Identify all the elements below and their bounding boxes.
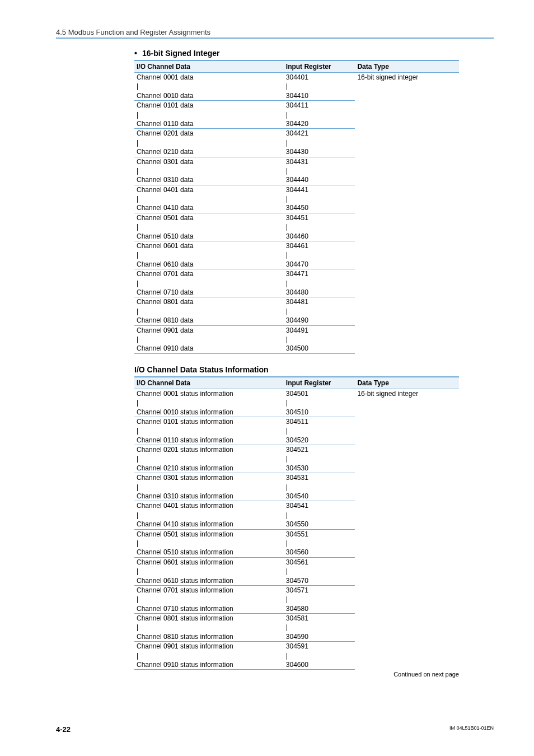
channel-label: Channel 0501 status information (134, 529, 284, 539)
document-id: IM 04L51B01-01EN (449, 725, 494, 731)
channel-label: Channel 0410 data (134, 203, 284, 213)
range-indicator: | (284, 567, 355, 576)
register-value: 304501 (284, 389, 355, 398)
register-value: 304580 (284, 604, 355, 614)
register-value: 304540 (284, 492, 355, 501)
register-value: 304590 (284, 632, 355, 642)
range-indicator: | (134, 222, 284, 231)
range-indicator: | (284, 166, 355, 175)
range-indicator: | (134, 110, 284, 119)
channel-label: Channel 0310 data (134, 175, 284, 185)
range-indicator: | (134, 651, 284, 660)
register-value: 304440 (284, 175, 355, 185)
channel-label: Channel 0510 status information (134, 548, 284, 557)
continued-note: Continued on next page (134, 671, 459, 678)
range-indicator: | (284, 82, 355, 91)
register-value: 304451 (284, 213, 355, 222)
register-value: 304600 (284, 660, 355, 670)
channel-label: Channel 0301 data (134, 157, 284, 166)
data-type: 16-bit signed integer (355, 73, 459, 354)
register-value: 304581 (284, 614, 355, 623)
range-indicator: | (134, 138, 284, 147)
col-header-datatype: Data Type (355, 60, 459, 73)
range-indicator: | (134, 250, 284, 259)
io-channel-status-table: I/O Channel Data Input Register Data Typ… (134, 376, 459, 670)
range-indicator: | (134, 307, 284, 316)
channel-label: Channel 0110 data (134, 119, 284, 129)
range-indicator: | (134, 483, 284, 492)
register-value: 304461 (284, 241, 355, 251)
header-rule (56, 38, 494, 39)
range-indicator: | (134, 398, 284, 407)
col-header-register: Input Register (284, 377, 355, 389)
range-indicator: | (134, 539, 284, 548)
section-heading: 4.5 Modbus Function and Register Assignm… (56, 28, 494, 36)
channel-label: Channel 0710 status information (134, 604, 284, 614)
channel-label: Channel 0701 data (134, 269, 284, 279)
range-indicator: | (134, 194, 284, 203)
register-value: 304591 (284, 642, 355, 651)
range-indicator: | (284, 426, 355, 435)
table2-title: I/O Channel Data Status Information (134, 365, 459, 374)
register-value: 304561 (284, 557, 355, 567)
range-indicator: | (134, 279, 284, 288)
data-type: 16-bit signed integer (355, 389, 459, 670)
register-value: 304410 (284, 91, 355, 101)
channel-label: Channel 0610 data (134, 260, 284, 269)
channel-label: Channel 0610 status information (134, 576, 284, 586)
channel-label: Channel 0010 status information (134, 408, 284, 417)
register-value: 304541 (284, 501, 355, 511)
channel-label: Channel 0010 data (134, 91, 284, 101)
col-header-channel: I/O Channel Data (134, 60, 284, 73)
range-indicator: | (284, 595, 355, 604)
range-indicator: | (134, 511, 284, 520)
table1-title: 16-bit Signed Integer (134, 49, 459, 58)
register-value: 304571 (284, 585, 355, 595)
range-indicator: | (284, 138, 355, 147)
range-indicator: | (284, 483, 355, 492)
register-value: 304500 (284, 344, 355, 353)
register-value: 304460 (284, 232, 355, 241)
channel-label: Channel 0910 status information (134, 660, 284, 670)
channel-label: Channel 0301 status information (134, 473, 284, 483)
col-header-channel: I/O Channel Data (134, 377, 284, 389)
register-value: 304511 (284, 417, 355, 426)
range-indicator: | (284, 511, 355, 520)
register-value: 304421 (284, 129, 355, 138)
channel-label: Channel 0601 status information (134, 557, 284, 567)
register-value: 304480 (284, 288, 355, 297)
register-value: 304560 (284, 548, 355, 557)
register-value: 304490 (284, 316, 355, 325)
io-channel-data-table: I/O Channel Data Input Register Data Typ… (134, 60, 459, 354)
channel-label: Channel 0501 data (134, 213, 284, 222)
channel-label: Channel 0901 status information (134, 642, 284, 651)
range-indicator: | (284, 539, 355, 548)
range-indicator: | (284, 110, 355, 119)
register-value: 304481 (284, 297, 355, 307)
channel-label: Channel 0810 data (134, 316, 284, 325)
range-indicator: | (134, 166, 284, 175)
range-indicator: | (134, 567, 284, 576)
channel-label: Channel 0201 data (134, 129, 284, 138)
range-indicator: | (134, 595, 284, 604)
channel-label: Channel 0201 status information (134, 445, 284, 455)
range-indicator: | (284, 623, 355, 632)
channel-label: Channel 0801 status information (134, 614, 284, 623)
range-indicator: | (284, 222, 355, 231)
channel-label: Channel 0801 data (134, 297, 284, 307)
channel-label: Channel 0401 status information (134, 501, 284, 511)
channel-label: Channel 0210 status information (134, 464, 284, 473)
range-indicator: | (134, 335, 284, 344)
channel-label: Channel 0001 status information (134, 389, 284, 398)
channel-label: Channel 0901 data (134, 325, 284, 335)
page-number: 4-22 (56, 725, 71, 734)
register-value: 304551 (284, 529, 355, 539)
register-value: 304441 (284, 185, 355, 194)
channel-label: Channel 0401 data (134, 185, 284, 194)
register-value: 304470 (284, 260, 355, 269)
register-value: 304491 (284, 325, 355, 335)
channel-label: Channel 0601 data (134, 241, 284, 251)
channel-label: Channel 0710 data (134, 288, 284, 297)
range-indicator: | (284, 307, 355, 316)
range-indicator: | (284, 335, 355, 344)
